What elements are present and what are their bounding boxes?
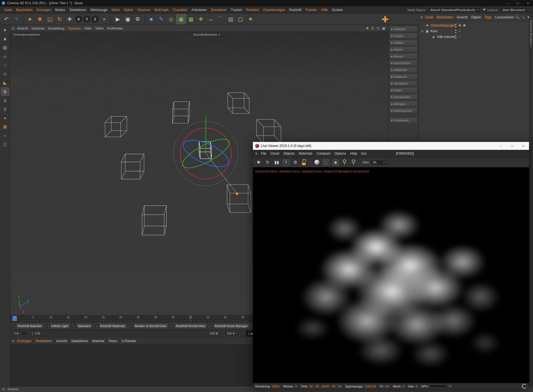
om-menu-tags[interactable]: Tags [483,15,493,19]
film-region-icon[interactable]: ▣ [333,160,339,165]
camera-icon[interactable]: ▢ [236,14,245,24]
sculpt-tool-f-llen[interactable]: ◆Füllen [389,87,418,93]
sculpt-tool-radiergummi[interactable]: ◆Radiergummi [389,108,418,114]
om-search-icon[interactable] [516,16,519,19]
add-cube-icon[interactable]: ■ [147,14,156,24]
menu-item-fenster[interactable]: Fenster [304,8,319,12]
cube-wireframe[interactable] [228,93,249,113]
material-menu-material[interactable]: Material [90,339,106,343]
render-priority-icon[interactable]: R [283,160,289,165]
viewport-menu-optionen[interactable]: Optionen [66,27,83,30]
visibility-dots-icon[interactable] [455,35,457,39]
cube-wireframe[interactable] [173,102,190,123]
lock-resolution-icon[interactable] [302,159,307,165]
volume-icon[interactable]: ▦ [186,14,196,24]
viewport-refresh-icon[interactable]: ↻ [377,26,380,30]
render-view[interactable]: Check:0ms/0ms. MeshGen:0ms. Update[C]:0m… [253,167,529,383]
array-icon[interactable]: ↔ [206,14,215,24]
menu-item-datei[interactable]: Datei [2,8,14,12]
cube-wireframe[interactable] [121,154,144,179]
deformer-icon[interactable]: ⌒ [216,14,225,24]
menu-item-volumen[interactable]: Volumen [135,8,153,12]
stepper-icon[interactable]: ▴▾ [236,332,237,335]
redo-icon[interactable]: ↷ [12,14,21,24]
lv-menu-options[interactable]: Options [333,152,348,155]
axis-y-lock-icon[interactable]: Y [83,16,90,23]
om-menu-bearbeiten[interactable]: Bearbeiten [435,15,455,19]
memory-dropdown[interactable]: 0 B ▴▾ [12,331,27,336]
lv-menu-help[interactable]: Help [348,152,359,155]
material-menu-ansicht[interactable]: Ansicht [54,339,69,343]
cube-wireframe[interactable] [257,119,281,143]
scale-icon[interactable]: ◱ [45,14,54,24]
lv-menu-cloud[interactable]: Cloud [268,152,281,155]
minimize-button[interactable]: – [502,0,513,6]
viewport-menu-filter[interactable]: Filter [83,27,94,30]
daylight-tag-icon[interactable]: ✸ [458,24,461,27]
sculpt-tool-abflachen[interactable]: ◆Abflachen [389,67,418,73]
menu-item-spline[interactable]: Spline [122,8,135,12]
edges-mode-icon[interactable]: ◇ [1,70,9,78]
enable-snap-icon[interactable]: S [1,88,9,95]
axis-x-lock-icon[interactable]: X [75,16,82,23]
menu-item-rendern[interactable]: Rendern [244,8,261,12]
texture-mode-icon[interactable]: ▨ [1,44,9,52]
coordinate-system-icon[interactable]: ⌖ [100,14,109,24]
cube-wireframe[interactable] [142,206,166,235]
menu-item-selektieren[interactable]: Selektieren [67,8,88,12]
maximize-button[interactable]: □ [513,0,523,6]
sculpt-tool-gl-tten[interactable]: ◆Glätten [389,40,418,46]
lv-menu-gui[interactable]: Gui [359,152,369,155]
lv-menu-compare[interactable]: Compare [314,152,332,155]
channel-dropdown[interactable]: DL ▾ [371,160,387,165]
array-tool-icon[interactable]: ▦ [1,123,9,131]
viewport-menu-prorender[interactable]: ProRender [105,27,125,30]
live-viewer-window[interactable]: Live Viewer 2019.1.4 (9 days left) –□× ≡… [253,142,529,388]
white-balance-picker-icon[interactable] [351,159,357,165]
viewport-menu-icon[interactable]: ≡ [12,26,14,31]
statusbar-menu-icon[interactable]: ≡ [2,387,5,391]
points-mode-icon[interactable]: ∷ [1,61,9,69]
script-button-infinite-light[interactable]: ●Infinite Light [45,323,70,329]
sky-tag-icon[interactable]: ❄ [463,24,466,27]
render-picture-viewer-icon[interactable]: ▣ [123,14,132,24]
object-manager-menu-icon[interactable]: ≡ [420,15,423,20]
pointer-tool-icon[interactable]: ➤ [1,26,9,34]
menu-item-modus[interactable]: Modus [53,8,67,12]
script-button-redshift-materials[interactable]: ●Redshift Materials [94,323,127,329]
lv-menu-file[interactable]: File [259,152,268,155]
menu-item-erweiterungen[interactable]: Erweiterungen [261,8,287,12]
viewport-menu-darstellung[interactable]: Darstellung [46,27,66,30]
visibility-dots-icon[interactable] [455,29,457,33]
settings-gear-icon[interactable]: ⚙ [293,159,298,165]
layout-dropdown[interactable]: Start (Benutzer) ▾ [500,7,531,13]
sculpt-tool-anheben[interactable]: ◆Anheben [389,26,418,32]
material-menu-u-render[interactable]: U-Render [119,339,138,343]
octane-add-button[interactable]: ✚ [380,14,390,24]
script-button-standard[interactable]: ●Standard [71,323,93,329]
memory-total-dropdown[interactable]: 100 B ▴▾ [225,331,239,336]
cube-wireframe[interactable] [105,116,127,137]
menu-item-hilfe[interactable]: Hilfe [319,8,330,12]
sculpt-tool-einschn-ren[interactable]: ◆Einschnüren [389,60,418,66]
menu-item-charakter[interactable]: Charakter [170,8,189,12]
object-row-kion[interactable]: ⊟▣Kion✓ [419,28,529,34]
viewport-menu-tafeln[interactable]: Tafeln [93,27,105,30]
render-region-icon[interactable]: ▢ [323,160,329,165]
close-button[interactable]: × [523,0,533,6]
viewport-menu-kameras[interactable]: Kameras [30,27,46,30]
menu-item-bearbeiten[interactable]: Bearbeiten [14,8,35,12]
refresh-icon[interactable]: ↻ [265,159,270,165]
rotate-icon[interactable]: ↻ [55,14,64,24]
viewport-pan-icon[interactable]: ✥ [366,26,369,30]
script-button-redshift-renderview[interactable]: ●Redshift RenderView [170,323,207,329]
lv-close-button[interactable]: × [518,142,529,150]
polygons-mode-icon[interactable]: ◣ [1,79,9,87]
dock-tab-content-browser[interactable]: Content Browser [529,18,533,48]
om-menu-ansicht[interactable]: Ansicht [455,15,469,19]
script-button-redshift-bakeset[interactable]: ●Redshift BakeSet [11,323,44,329]
magnet-tool-icon[interactable]: ∩ [1,131,9,139]
rotation-gizmo[interactable] [174,116,238,195]
render-view-icon[interactable]: ▶ [113,14,122,24]
material-menu-erzeugen[interactable]: Erzeugen [15,339,33,343]
